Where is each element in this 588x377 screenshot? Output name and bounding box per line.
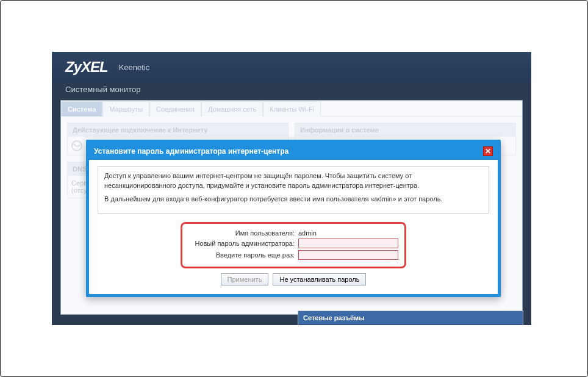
outer-frame: ZyXEL Keenetic Системный монитор Система…	[0, 0, 588, 377]
modal-header: Установите пароль администратора интерне…	[89, 143, 498, 160]
password-confirm-input[interactable]	[298, 250, 398, 260]
brand-bar: ZyXEL Keenetic	[52, 52, 531, 82]
brand-logo: ZyXEL	[65, 59, 108, 76]
modal-msg-1: Доступ к управлению вашим интернет-центр…	[104, 171, 482, 191]
row-password-confirm: Введите пароль еще раз:	[188, 250, 398, 260]
panel-ports: Сетевые разъёмы 4 3 2 1 0	[298, 311, 523, 325]
row-password: Новый пароль администратора:	[188, 239, 398, 248]
password-form: Имя пользователя: admin Новый пароль адм…	[181, 222, 406, 268]
password-confirm-label: Введите пароль еще раз:	[188, 251, 298, 259]
close-icon[interactable]: ✕	[483, 146, 493, 156]
apply-button[interactable]: Применить	[221, 273, 269, 285]
lower-area: Сетевые разъёмы 4 3 2 1 0	[298, 311, 523, 325]
modal-msg-2: В дальнейшем для входа в веб-конфигурато…	[104, 195, 482, 204]
password-label: Новый пароль администратора:	[188, 240, 298, 247]
row-username: Имя пользователя: admin	[188, 229, 398, 237]
admin-password-modal: Установите пароль администратора интерне…	[86, 140, 501, 297]
brand-model: Keenetic	[119, 63, 150, 72]
modal-message: Доступ к управлению вашим интернет-центр…	[98, 166, 489, 214]
skip-password-button[interactable]: Не устанавливать пароль	[273, 273, 366, 285]
username-value: admin	[298, 229, 317, 237]
modal-buttons: Применить Не устанавливать пароль	[98, 273, 489, 285]
username-label: Имя пользователя:	[188, 229, 298, 237]
password-input[interactable]	[298, 239, 398, 248]
modal-body: Доступ к управлению вашим интернет-центр…	[89, 160, 498, 294]
app-window: ZyXEL Keenetic Системный монитор Система…	[52, 52, 531, 325]
panel-ports-title: Сетевые разъёмы	[298, 311, 523, 325]
ports-row: 4 3 2 1 0	[298, 325, 523, 325]
modal-title: Установите пароль администратора интерне…	[94, 147, 289, 156]
page-title: Системный монитор	[52, 82, 531, 100]
